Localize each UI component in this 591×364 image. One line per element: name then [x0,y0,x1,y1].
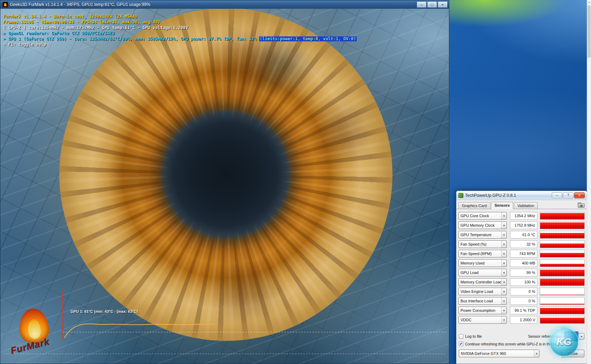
scroll-up-icon[interactable]: ▲ [587,0,591,5]
sensor-value: 0 % [510,297,537,305]
sensor-label: Memory Used [461,261,484,265]
log-to-file-checkbox[interactable] [459,334,463,339]
continue-refresh-checkbox[interactable] [459,342,463,346]
kitguru-watermark: KG [549,327,579,357]
osd-line: > GPU 1 (GeForce GTX 960) - core: 1354MH… [3,36,357,42]
chevron-down-icon: ▼ [501,269,506,276]
close-button[interactable]: × [574,192,585,198]
sensor-value: 32 % [510,240,537,248]
sensor-bar [540,243,584,248]
sensor-history-graph [540,278,585,286]
osd-line: FurMark v1.14.1.4 - Burn-in test, 1280x1… [3,14,357,19]
chevron-down-icon: ▼ [501,297,506,304]
sensor-value: 61.0 °C [510,231,537,239]
sensor-label: Fan Speed (%) [461,242,486,246]
sensor-row: GPU Memory Clock ▼ 1752.8 MHz [458,221,585,229]
sensor-history-graph [540,250,585,257]
chevron-down-icon: ▼ [501,316,506,323]
furmark-window-title: Geeks3D FurMark v1.14.1.4 - 34FPS, GPU1 … [10,2,417,7]
minimize-button[interactable]: – [552,192,562,198]
sensor-label: GPU Temperature [461,233,491,237]
sensor-row: Fan Speed (%) ▼ 32 % [458,240,585,248]
sensor-value: 743 RPM [510,250,537,257]
sensor-select[interactable]: VDDC ▼ [458,316,507,324]
sensor-select[interactable]: GPU Load ▼ [458,269,507,276]
sensor-row: Memory Controller Load ▼ 100 % [458,278,585,286]
chevron-down-icon: ▼ [579,334,584,339]
tab-sensors[interactable]: Sensors [491,202,513,209]
gpuz-window-title: TechPowerUp GPU-Z 0.8.1 [465,193,551,198]
sensor-row: Power Consumption ▼ 99.1 % TDP [458,307,585,314]
sensor-bar [540,318,584,323]
sensor-bar [540,304,584,304]
osd-line: Frames:13106 - time:00:06:36 - FPS:34 (m… [3,19,357,25]
sensor-row: GPU Core Clock ▼ 1354.2 MHz [458,212,585,220]
maximize-button[interactable]: □ [427,1,437,8]
sensor-row: GPU Temperature ▼ 61.0 °C [458,231,585,239]
chevron-down-icon: ▼ [501,260,506,267]
gpu-temperature-graph [0,282,449,364]
sensor-history-graph [540,231,585,239]
sensor-select[interactable]: Memory Used ▼ [458,259,507,267]
sensor-select[interactable]: GPU Core Clock ▼ [458,212,507,220]
sensor-row: GPU Load ▼ 99 % [458,269,585,276]
sensor-row: Video Engine Load ▼ 0 % [458,288,585,295]
sensor-value: 1.2000 V [510,316,537,324]
tab-validation[interactable]: Validation [514,202,538,209]
sensor-value: 1752.8 MHz [510,221,537,229]
chevron-down-icon: ▼ [501,250,506,257]
sensor-bar [540,264,584,267]
sensor-select[interactable]: Memory Controller Load ▼ [458,278,507,286]
tab-graphics-card[interactable]: Graphics Card [458,202,490,209]
scrollbar-thumb[interactable] [587,5,591,58]
sensor-select[interactable]: Bus Interface Load ▼ [458,297,507,305]
sensor-select[interactable]: GPU Memory Clock ▼ [458,221,507,229]
gpuz-app-icon [458,193,463,198]
sensor-value: 99 % [510,269,537,276]
sensor-bar [540,295,584,295]
minimize-button[interactable]: – [417,1,427,8]
sensor-select[interactable]: Power Consumption ▼ [458,307,507,314]
log-to-file-label: Log to file [465,334,482,338]
sensor-bar [540,213,584,219]
sensor-value: 99.1 % TDP [510,307,537,314]
sensor-history-graph [540,297,585,305]
sensor-select[interactable]: Fan Speed (%) ▼ [458,240,507,248]
gpuz-titlebar[interactable]: TechPowerUp GPU-Z 0.8.1 – ? × [456,191,587,200]
osd-line: [ GPU-Z ] core:1354MHz - mem:1752MHz - G… [3,25,357,30]
scrollbar[interactable]: ▲ [587,0,591,364]
sensor-value: 1354.2 MHz [510,212,537,220]
sensor-history-graph [540,221,585,229]
sensor-history-graph [540,288,585,295]
furmark-render-area: FurMark v1.14.1.4 - Burn-in test, 1280x1… [0,9,449,364]
sensor-bar [540,279,584,286]
close-button[interactable]: × [438,1,448,8]
chevron-down-icon: ▼ [501,231,506,238]
sensor-value: 100 % [510,278,537,286]
sensor-bar [540,308,584,314]
desktop-background: Geeks3D FurMark v1.14.1.4 - 34FPS, GPU1 … [0,0,591,364]
help-button[interactable]: ? [563,192,573,198]
sensor-history-graph [540,240,585,248]
gpuz-tab-strip: Graphics CardSensorsValidation [456,200,587,209]
sensor-select[interactable]: Fan Speed (RPM) ▼ [458,250,507,257]
chevron-down-icon: ▼ [501,212,506,219]
chevron-down-icon: ▼ [501,222,506,229]
sensor-select[interactable]: Video Engine Load ▼ [458,288,507,295]
chevron-down-icon: ▼ [501,288,506,295]
chevron-down-icon: ▼ [501,307,506,314]
sensor-row: VDDC ▼ 1.2000 V [458,316,585,324]
sensor-label: Fan Speed (RPM) [461,252,492,256]
furmark-window: Geeks3D FurMark v1.14.1.4 - 34FPS, GPU1 … [0,0,449,364]
gpu-device-value: NVIDIA GeForce GTX 960 [461,351,506,356]
sensor-row: Fan Speed (RPM) ▼ 743 RPM [458,250,585,257]
furmark-titlebar[interactable]: Geeks3D FurMark v1.14.1.4 - 34FPS, GPU1 … [0,0,449,9]
sensor-row: Memory Used ▼ 400 MB [458,259,585,267]
chevron-down-icon: ▼ [501,279,506,286]
sensor-history-graph [540,316,585,324]
furmark-osd: FurMark v1.14.1.4 - Burn-in test, 1280x1… [3,14,357,47]
sensor-select[interactable]: GPU Temperature ▼ [458,231,507,239]
gpu-device-select[interactable]: NVIDIA GeForce GTX 960 ▼ [459,350,539,357]
sensor-value: 400 MB [510,259,537,267]
screenshot-camera-icon[interactable] [578,203,585,208]
